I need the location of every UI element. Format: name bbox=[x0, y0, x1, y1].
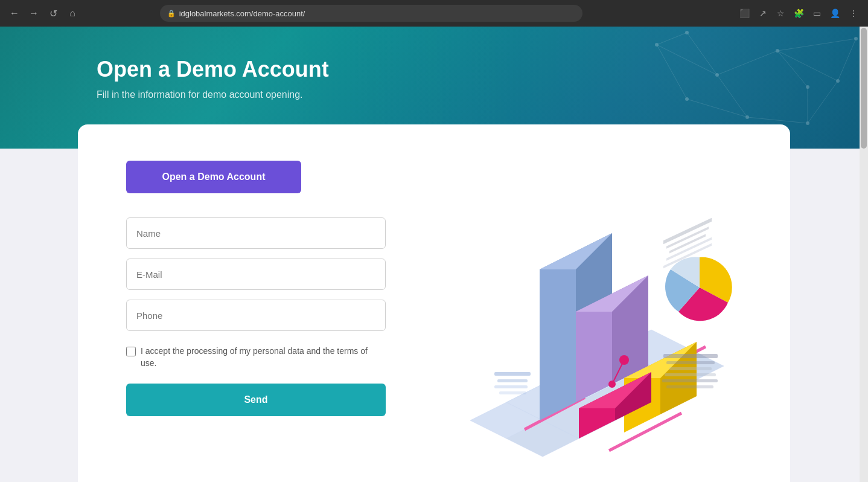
terms-label: I accept the processing of my personal d… bbox=[141, 345, 386, 369]
name-input[interactable] bbox=[126, 217, 386, 249]
cast-icon[interactable]: ⬛ bbox=[738, 6, 752, 21]
terms-checkbox[interactable] bbox=[126, 347, 136, 356]
svg-line-2 bbox=[777, 51, 838, 81]
send-button[interactable]: Send bbox=[126, 384, 386, 416]
phone-field-group bbox=[126, 300, 416, 331]
open-demo-account-button[interactable]: Open a Demo Account bbox=[126, 161, 301, 193]
home-button[interactable]: ⌂ bbox=[65, 6, 80, 21]
svg-rect-74 bbox=[665, 373, 716, 376]
address-bar[interactable]: 🔒 idglobalmarkets.com/demo-account/ bbox=[160, 5, 582, 22]
hero-subtitle: Fill in the information for demo account… bbox=[97, 89, 771, 100]
email-field-group bbox=[126, 259, 416, 290]
svg-point-18 bbox=[745, 115, 749, 119]
window-icon[interactable]: ▭ bbox=[810, 6, 825, 21]
url-text: idglobalmarkets.com/demo-account/ bbox=[179, 9, 305, 18]
svg-line-11 bbox=[777, 39, 856, 51]
svg-rect-72 bbox=[666, 361, 715, 364]
form-side: Open a Demo Account I accept the process… bbox=[126, 161, 416, 475]
svg-rect-76 bbox=[666, 385, 713, 388]
menu-icon[interactable]: ⋮ bbox=[846, 6, 861, 21]
browser-chrome: ← → ↺ ⌂ 🔒 idglobalmarkets.com/demo-accou… bbox=[0, 0, 868, 27]
svg-rect-73 bbox=[669, 367, 712, 370]
hero-title: Open a Demo Account bbox=[97, 57, 771, 82]
scrollbar[interactable] bbox=[860, 27, 868, 482]
svg-rect-71 bbox=[663, 354, 718, 358]
profile-icon[interactable]: 👤 bbox=[828, 6, 843, 21]
svg-line-7 bbox=[687, 99, 747, 117]
svg-rect-75 bbox=[662, 379, 718, 382]
scrollbar-thumb[interactable] bbox=[861, 28, 867, 149]
svg-rect-46 bbox=[666, 237, 712, 261]
svg-rect-78 bbox=[497, 379, 528, 382]
lock-icon: 🔒 bbox=[167, 10, 176, 18]
svg-point-23 bbox=[685, 31, 689, 34]
forward-button[interactable]: → bbox=[27, 6, 41, 21]
bookmark-icon[interactable]: ☆ bbox=[774, 6, 788, 21]
svg-point-21 bbox=[806, 85, 809, 89]
svg-line-10 bbox=[838, 39, 856, 81]
name-field-group bbox=[126, 217, 416, 249]
email-input[interactable] bbox=[126, 259, 386, 290]
svg-point-19 bbox=[806, 121, 809, 125]
svg-point-14 bbox=[655, 43, 659, 47]
browser-actions: ⬛ ↗ ☆ 🧩 ▭ 👤 ⋮ bbox=[738, 6, 861, 21]
svg-line-8 bbox=[777, 51, 808, 87]
terms-checkbox-row: I accept the processing of my personal d… bbox=[126, 345, 386, 369]
svg-rect-77 bbox=[494, 372, 531, 376]
page-content: Open a Demo Account Fill in the informat… bbox=[0, 27, 868, 482]
svg-marker-48 bbox=[540, 251, 576, 420]
svg-line-13 bbox=[657, 33, 687, 45]
reload-button[interactable]: ↺ bbox=[46, 6, 60, 21]
back-button[interactable]: ← bbox=[7, 6, 22, 21]
svg-point-22 bbox=[854, 37, 858, 40]
illustration-side bbox=[440, 161, 742, 475]
share-icon[interactable]: ↗ bbox=[756, 6, 770, 21]
svg-rect-80 bbox=[499, 391, 526, 394]
svg-point-17 bbox=[836, 79, 840, 83]
svg-rect-79 bbox=[494, 385, 528, 388]
phone-input[interactable] bbox=[126, 300, 386, 331]
svg-point-16 bbox=[776, 49, 779, 53]
svg-rect-43 bbox=[663, 218, 712, 244]
extensions-icon[interactable]: 🧩 bbox=[792, 6, 806, 21]
svg-line-5 bbox=[808, 81, 838, 123]
main-card: Open a Demo Account I accept the process… bbox=[78, 124, 790, 482]
svg-line-4 bbox=[747, 117, 808, 123]
isometric-chart bbox=[446, 173, 736, 475]
